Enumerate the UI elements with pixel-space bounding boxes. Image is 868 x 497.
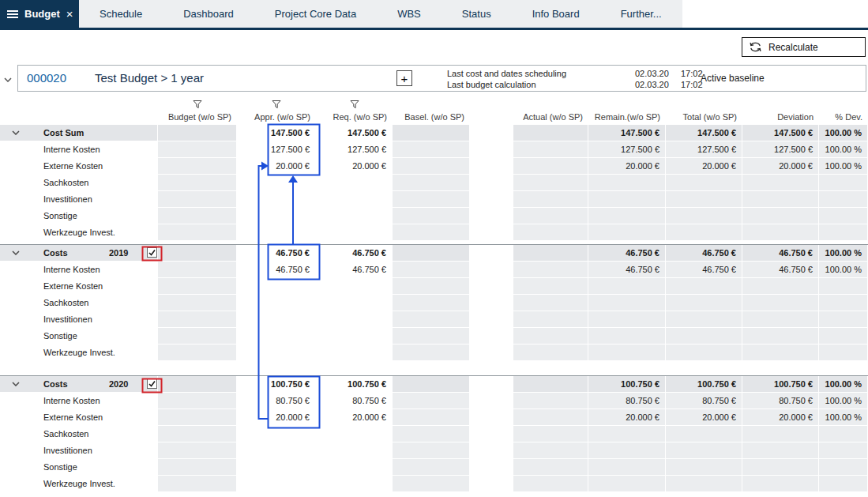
table-row[interactable]: Investitionen (0, 191, 868, 207)
tab-project-core-data[interactable]: Project Core Data (254, 0, 377, 28)
tab-schedule[interactable]: Schedule (79, 0, 163, 28)
row-label-cell[interactable]: Sachkosten (0, 295, 158, 311)
chevron-down-icon[interactable] (12, 382, 20, 386)
row-label-cell[interactable]: Interne Kosten (0, 393, 158, 409)
cell-appr[interactable]: 147.500 € (237, 125, 316, 141)
cell-appr[interactable]: 100.750 € (237, 376, 316, 392)
cell-appr[interactable]: 46.750 € (237, 262, 316, 277)
table-row[interactable]: Investitionen (0, 442, 868, 458)
row-label-cell[interactable]: Werkzeuge Invest. (0, 224, 158, 240)
cell-req[interactable]: 147.500 € (316, 125, 393, 141)
table-row[interactable]: Interne Kosten80.750 €80.750 €80.750 €80… (0, 393, 868, 409)
add-button[interactable]: + (396, 70, 412, 86)
cell-req[interactable] (316, 442, 393, 458)
cell-req[interactable] (316, 224, 393, 240)
table-row[interactable]: Externe Kosten (0, 278, 868, 294)
cell-req[interactable] (316, 175, 393, 190)
cell-req[interactable]: 80.750 € (316, 393, 393, 409)
group-checkbox[interactable] (147, 247, 157, 258)
filter-icon[interactable] (193, 100, 203, 111)
group-row[interactable]: Costs2020100.750 €100.750 €100.750 €100.… (0, 375, 868, 392)
row-label-cell[interactable]: Interne Kosten (0, 262, 158, 277)
cell-appr[interactable]: 46.750 € (237, 245, 316, 261)
cell-appr[interactable] (237, 311, 316, 327)
row-label-cell[interactable]: Interne Kosten (0, 141, 158, 157)
cell-req[interactable]: 127.500 € (316, 141, 393, 157)
cell-req[interactable] (316, 311, 393, 327)
cell-appr[interactable] (237, 426, 316, 442)
cell-appr[interactable] (237, 476, 316, 491)
cell-req[interactable]: 46.750 € (316, 262, 393, 277)
cell-appr[interactable] (237, 328, 316, 344)
cell-appr[interactable] (237, 295, 316, 311)
table-row[interactable]: Interne Kosten46.750 €46.750 €46.750 €46… (0, 262, 868, 277)
table-row[interactable]: Sachkosten (0, 426, 868, 442)
table-row[interactable]: Sonstige (0, 459, 868, 475)
row-label-cell[interactable]: Sonstige (0, 459, 158, 475)
cell-req[interactable]: 100.750 € (316, 376, 393, 392)
cell-req[interactable] (316, 191, 393, 207)
tab-further[interactable]: Further... (600, 0, 682, 28)
cell-req[interactable]: 20.000 € (316, 409, 393, 425)
table-row[interactable]: Externe Kosten20.000 €20.000 €20.000 €20… (0, 158, 868, 174)
tab-budget[interactable]: Budget × (0, 0, 79, 28)
cell-req[interactable] (316, 345, 393, 360)
cell-appr[interactable] (237, 175, 316, 190)
cell-req[interactable] (316, 328, 393, 344)
group-label-cell[interactable]: Costs2020 (0, 376, 158, 392)
cell-appr[interactable] (237, 345, 316, 360)
recalculate-button[interactable]: Recalculate (742, 37, 866, 57)
cell-appr[interactable] (237, 208, 316, 224)
group-label-cell[interactable]: Cost Sum (0, 125, 158, 141)
cell-req[interactable] (316, 278, 393, 294)
table-row[interactable]: Sonstige (0, 208, 868, 224)
row-label-cell[interactable]: Externe Kosten (0, 158, 158, 174)
tab-status[interactable]: Status (442, 0, 512, 28)
chevron-down-icon[interactable] (12, 250, 20, 255)
table-row[interactable]: Sonstige (0, 328, 868, 344)
tab-dashboard[interactable]: Dashboard (163, 0, 254, 28)
group-label-cell[interactable]: Costs2019 (0, 245, 158, 261)
group-row[interactable]: Costs201946.750 €46.750 €46.750 €46.750 … (0, 244, 868, 261)
cell-appr[interactable]: 80.750 € (237, 393, 316, 409)
cell-req[interactable] (316, 459, 393, 475)
table-row[interactable]: Werkzeuge Invest. (0, 476, 868, 491)
project-expander-icon[interactable] (4, 74, 12, 84)
cell-appr[interactable] (237, 442, 316, 458)
table-row[interactable]: Externe Kosten20.000 €20.000 €20.000 €20… (0, 409, 868, 425)
row-label-cell[interactable]: Investitionen (0, 191, 158, 207)
filter-icon[interactable] (349, 100, 359, 111)
cell-req[interactable] (316, 208, 393, 224)
row-label-cell[interactable]: Sachkosten (0, 175, 158, 190)
cell-appr[interactable]: 20.000 € (237, 409, 316, 425)
row-label-cell[interactable]: Externe Kosten (0, 409, 158, 425)
filter-icon[interactable] (272, 100, 282, 111)
cell-appr[interactable] (237, 278, 316, 294)
row-label-cell[interactable]: Werkzeuge Invest. (0, 345, 158, 360)
group-row[interactable]: Cost Sum147.500 €147.500 €147.500 €147.5… (0, 125, 868, 141)
cell-appr[interactable]: 20.000 € (237, 158, 316, 174)
menu-icon[interactable] (7, 10, 18, 18)
row-label-cell[interactable]: Investitionen (0, 442, 158, 458)
cell-req[interactable] (316, 426, 393, 442)
cell-req[interactable]: 20.000 € (316, 158, 393, 174)
tab-info-board[interactable]: Info Board (512, 0, 600, 28)
close-icon[interactable]: × (66, 7, 73, 21)
table-row[interactable]: Werkzeuge Invest. (0, 345, 868, 360)
cell-req[interactable] (316, 476, 393, 491)
chevron-down-icon[interactable] (12, 130, 20, 135)
table-row[interactable]: Sachkosten (0, 295, 868, 311)
cell-appr[interactable] (237, 191, 316, 207)
cell-appr[interactable] (237, 224, 316, 240)
table-row[interactable]: Werkzeuge Invest. (0, 224, 868, 240)
table-row[interactable]: Sachkosten (0, 175, 868, 190)
group-checkbox[interactable] (147, 378, 157, 389)
tab-wbs[interactable]: WBS (377, 0, 442, 28)
table-row[interactable]: Investitionen (0, 311, 868, 327)
row-label-cell[interactable]: Externe Kosten (0, 278, 158, 294)
table-row[interactable]: Interne Kosten127.500 €127.500 €127.500 … (0, 141, 868, 157)
row-label-cell[interactable]: Investitionen (0, 311, 158, 327)
cell-req[interactable]: 46.750 € (316, 245, 393, 261)
cell-req[interactable] (316, 295, 393, 311)
cell-appr[interactable] (237, 459, 316, 475)
